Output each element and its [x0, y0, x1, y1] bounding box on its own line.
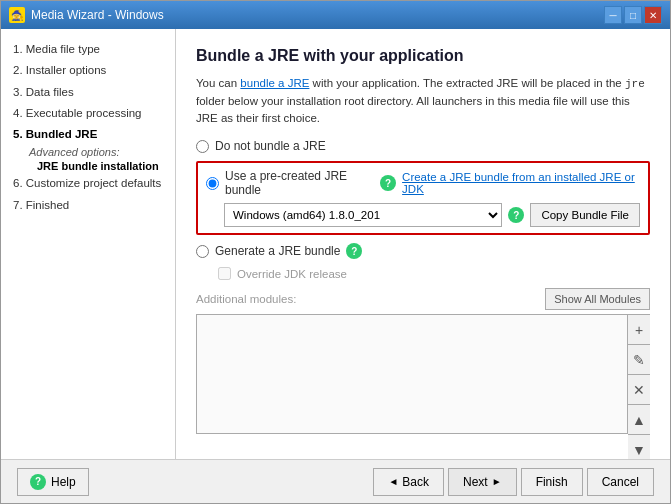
next-arrow: ► [492, 476, 502, 487]
help-button[interactable]: ? Help [17, 468, 89, 496]
sidebar-item-bundled-jre[interactable]: 5. Bundled JRE [9, 124, 167, 145]
sidebar-item-installer-options[interactable]: 2. Installer options [9, 60, 167, 81]
override-jdk-label: Override JDK release [237, 268, 347, 280]
sidebar-advanced-options-label: Advanced options: [9, 145, 167, 159]
use-pre-created-radio[interactable] [206, 177, 219, 190]
modules-list-area: + ✎ ✕ ▲ ▼ [196, 314, 650, 459]
generate-bundle-option: Generate a JRE bundle ? [196, 243, 650, 259]
side-buttons: + ✎ ✕ ▲ ▼ [628, 314, 650, 459]
main-content: Bundle a JRE with your application You c… [176, 29, 670, 459]
finish-button[interactable]: Finish [521, 468, 583, 496]
cancel-button[interactable]: Cancel [587, 468, 654, 496]
sidebar-item-executable-processing[interactable]: 4. Executable processing [9, 103, 167, 124]
main-window: 🧙 Media Wizard - Windows ─ □ ✕ 1. Media … [0, 0, 671, 504]
footer: ? Help ◄ Back Next ► Finish Cancel [1, 459, 670, 503]
footer-right: ◄ Back Next ► Finish Cancel [373, 468, 654, 496]
dropdown-help-icon[interactable]: ? [508, 207, 524, 223]
remove-module-button[interactable]: ✕ [628, 375, 650, 405]
do-not-bundle-radio[interactable] [196, 140, 209, 153]
do-not-bundle-label[interactable]: Do not bundle a JRE [215, 139, 326, 153]
modules-label: Additional modules: [196, 293, 296, 305]
title-controls: ─ □ ✕ [604, 6, 662, 24]
bundle-jre-link[interactable]: bundle a JRE [240, 77, 309, 89]
use-pre-created-label[interactable]: Use a pre-created JRE bundle [225, 169, 374, 197]
sidebar-item-customize-project-defaults[interactable]: 6. Customize project defaults [9, 173, 167, 194]
override-jdk-row: Override JDK release [218, 267, 650, 280]
cancel-label: Cancel [602, 475, 639, 489]
title-bar: 🧙 Media Wizard - Windows ─ □ ✕ [1, 1, 670, 29]
footer-left: ? Help [17, 468, 89, 496]
window-title: Media Wizard - Windows [31, 8, 164, 22]
finish-label: Finish [536, 475, 568, 489]
generate-radio[interactable] [196, 245, 209, 258]
sidebar-item-data-files[interactable]: 3. Data files [9, 82, 167, 103]
description: You can bundle a JRE with your applicati… [196, 75, 650, 127]
add-module-button[interactable]: + [628, 315, 650, 345]
sidebar-item-finished[interactable]: 7. Finished [9, 195, 167, 216]
edit-module-button[interactable]: ✎ [628, 345, 650, 375]
do-not-bundle-option: Do not bundle a JRE [196, 139, 650, 153]
use-pre-created-help-icon[interactable]: ? [380, 175, 396, 191]
create-jre-bundle-link[interactable]: Create a JRE bundle from an installed JR… [402, 171, 640, 195]
content-area: 1. Media file type 2. Installer options … [1, 29, 670, 459]
modules-textarea[interactable] [196, 314, 628, 434]
sidebar-item-jre-bundle-installation[interactable]: JRE bundle installation [9, 159, 167, 173]
show-all-modules-button[interactable]: Show All Modules [545, 288, 650, 310]
dropdown-row: Windows (amd64) 1.8.0_201 ? Copy Bundle … [224, 203, 640, 227]
next-button[interactable]: Next ► [448, 468, 517, 496]
app-icon: 🧙 [9, 7, 25, 23]
pre-created-bundle-section: Use a pre-created JRE bundle ? Create a … [196, 161, 650, 235]
modules-header: Additional modules: Show All Modules [196, 288, 650, 310]
generate-label[interactable]: Generate a JRE bundle [215, 244, 340, 258]
override-jdk-checkbox[interactable] [218, 267, 231, 280]
jre-dropdown[interactable]: Windows (amd64) 1.8.0_201 [224, 203, 502, 227]
copy-bundle-button[interactable]: Copy Bundle File [530, 203, 640, 227]
move-up-button[interactable]: ▲ [628, 405, 650, 435]
maximize-button[interactable]: □ [624, 6, 642, 24]
title-bar-left: 🧙 Media Wizard - Windows [9, 7, 164, 23]
sidebar: 1. Media file type 2. Installer options … [1, 29, 176, 459]
close-button[interactable]: ✕ [644, 6, 662, 24]
back-arrow: ◄ [388, 476, 398, 487]
next-label: Next [463, 475, 488, 489]
page-title: Bundle a JRE with your application [196, 47, 650, 65]
sidebar-item-media-file-type[interactable]: 1. Media file type [9, 39, 167, 60]
use-pre-created-row: Use a pre-created JRE bundle ? Create a … [206, 169, 640, 197]
back-label: Back [402, 475, 429, 489]
minimize-button[interactable]: ─ [604, 6, 622, 24]
help-label: Help [51, 475, 76, 489]
generate-help-icon[interactable]: ? [346, 243, 362, 259]
move-down-button[interactable]: ▼ [628, 435, 650, 459]
modules-section: Additional modules: Show All Modules + ✎… [196, 288, 650, 459]
back-button[interactable]: ◄ Back [373, 468, 444, 496]
help-button-icon: ? [30, 474, 46, 490]
